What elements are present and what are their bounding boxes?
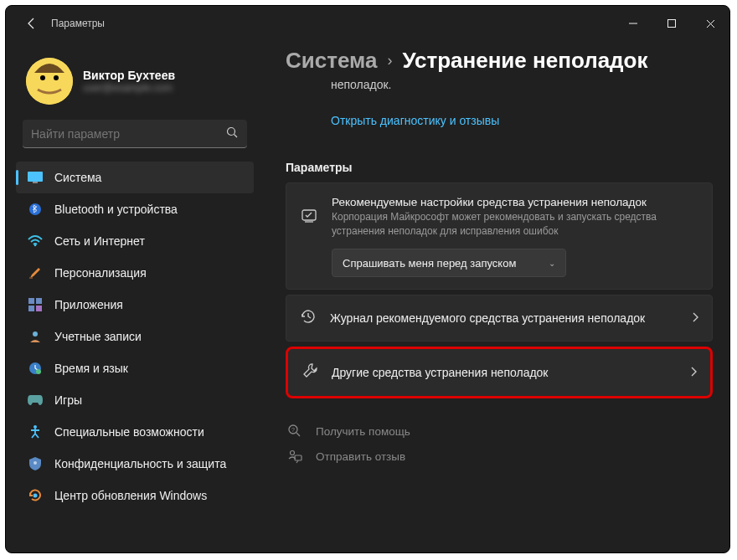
footer-link-label: Отправить отзыв [316,450,405,463]
sidebar-item-label: Конфиденциальность и защита [54,457,226,470]
search-box[interactable] [23,120,247,148]
feedback-icon [286,449,304,464]
maximize-button[interactable] [652,8,691,39]
svg-point-20 [34,461,37,465]
recommended-settings-card: Рекомендуемые настройки средства устране… [286,182,713,290]
troubleshoot-history-row[interactable]: Журнал рекомендуемого средства устранени… [286,295,713,342]
sidebar-item-label: Специальные возможности [54,425,204,439]
brush-icon [28,265,43,280]
breadcrumb: Система › Устранение неполадок [286,48,713,74]
search-input[interactable] [31,127,226,141]
shield-icon [28,456,43,471]
history-icon [300,308,317,328]
sidebar-item-label: Центр обновления Windows [54,489,207,502]
recommended-desc: Корпорация Майкрософт может рекомендоват… [332,210,698,239]
svg-rect-11 [29,277,33,279]
sidebar-item-apps[interactable]: Приложения [16,289,254,321]
gamepad-icon [28,393,43,408]
sidebar-item-label: Сеть и Интернет [54,234,145,248]
update-icon [28,488,43,503]
send-feedback-link[interactable]: Отправить отзыв [286,444,713,469]
sidebar-item-system[interactable]: Система [16,162,254,193]
sidebar-item-gaming[interactable]: Игры [16,384,254,416]
svg-point-9 [29,203,41,215]
window-controls [614,8,729,39]
sidebar-item-label: Игры [54,393,82,407]
sidebar-item-label: Bluetooth и устройства [54,203,178,216]
svg-rect-14 [28,306,34,311]
app-title: Параметры [51,18,105,29]
sidebar: Виктор Бухтеев user@example.com Система … [6,41,264,552]
sidebar-item-label: Учетные записи [54,330,142,343]
sidebar-item-label: Время и язык [54,362,128,375]
apps-icon [28,297,43,312]
chevron-right-icon: › [387,52,392,69]
chevron-right-icon [690,366,697,379]
avatar [26,58,73,105]
chevron-down-icon: ⌄ [549,259,555,268]
svg-rect-12 [28,298,34,304]
svg-point-19 [34,425,37,429]
chevron-right-icon [692,311,698,325]
svg-rect-13 [36,298,42,304]
svg-point-3 [40,75,45,80]
svg-point-10 [34,244,37,247]
get-help-link[interactable]: ? Получить помощь [286,419,713,444]
wifi-icon [28,234,43,249]
sidebar-item-accounts[interactable]: Учетные записи [16,321,254,352]
svg-rect-7 [28,172,43,182]
sidebar-item-windows-update[interactable]: Центр обновления Windows [16,480,254,511]
sidebar-item-label: Персонализация [54,266,147,280]
svg-point-16 [33,331,38,337]
svg-point-5 [228,127,235,135]
back-button[interactable] [16,8,48,39]
search-icon [226,126,239,141]
footer-link-label: Получить помощь [316,425,410,438]
svg-text:?: ? [291,427,295,433]
svg-point-25 [291,451,295,455]
sidebar-nav: Система Bluetooth и устройства Сеть и Ин… [11,162,259,552]
section-title: Параметры [286,161,713,174]
other-troubleshooters-row[interactable]: Другие средства устранения неполадок [286,347,713,398]
row-label: Журнал рекомендуемого средства устранени… [330,311,678,325]
minimize-button[interactable] [614,8,652,39]
sidebar-item-personalization[interactable]: Персонализация [16,257,254,289]
accounts-icon [28,329,43,344]
breadcrumb-current: Устранение неполадок [402,48,647,74]
svg-rect-8 [33,182,38,183]
close-button[interactable] [691,8,729,39]
svg-rect-15 [36,306,42,311]
main-content: Система › Устранение неполадок неполадок… [264,41,729,552]
globe-clock-icon [28,361,43,376]
svg-line-6 [234,134,238,137]
monitor-icon [28,170,43,185]
bluetooth-icon [28,202,43,217]
row-label: Другие средства устранения неполадок [332,366,677,379]
svg-rect-26 [295,455,302,460]
accessibility-icon [28,424,43,439]
breadcrumb-parent[interactable]: Система [286,48,377,74]
settings-window: Параметры [5,5,730,553]
titlebar: Параметры [6,6,729,41]
sidebar-item-privacy[interactable]: Конфиденциальность и защита [16,448,254,480]
user-name: Виктор Бухтеев [83,69,175,82]
sidebar-item-accessibility[interactable]: Специальные возможности [16,416,254,448]
open-diagnostics-link[interactable]: Открыть диагностику и отзывы [286,94,713,147]
select-value: Спрашивать меня перед запуском [343,257,516,270]
svg-point-21 [34,494,38,498]
sidebar-item-time-language[interactable]: Время и язык [16,352,254,384]
svg-rect-1 [668,20,676,28]
user-account[interactable]: Виктор Бухтеев user@example.com [11,48,259,120]
clipped-description: неполадок. [286,77,713,94]
troubleshoot-icon [300,195,318,223]
svg-point-4 [54,75,59,80]
recommended-title: Рекомендуемые настройки средства устране… [332,195,698,211]
sidebar-item-label: Система [54,171,101,184]
sidebar-item-bluetooth[interactable]: Bluetooth и устройства [16,193,254,225]
sidebar-item-network[interactable]: Сеть и Интернет [16,225,254,257]
wrench-icon [302,362,318,383]
troubleshoot-mode-select[interactable]: Спрашивать меня перед запуском ⌄ [332,249,566,277]
user-email: user@example.com [83,82,175,94]
footer-links: ? Получить помощь Отправить отзыв [286,403,713,502]
help-icon: ? [286,424,304,439]
